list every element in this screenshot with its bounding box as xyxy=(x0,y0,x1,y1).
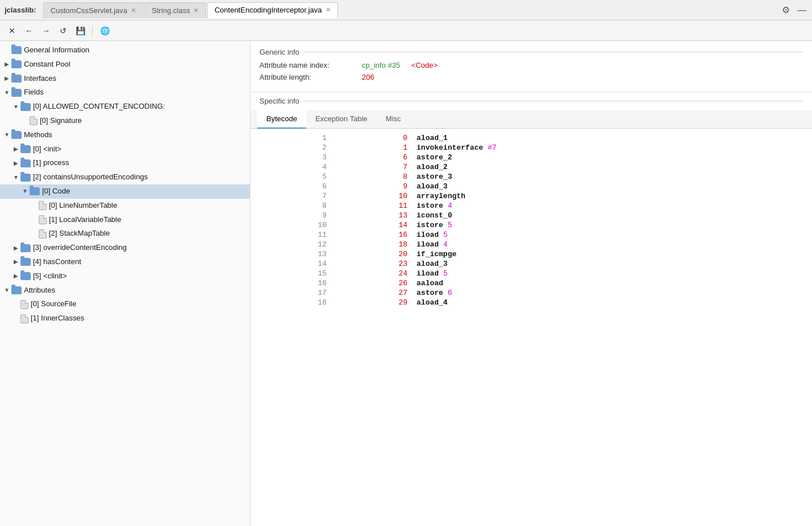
bytecode-area[interactable]: 1 0 aload_1 2 1 invokeinterface #7 3 6 a… xyxy=(250,129,812,526)
info-label-attr-length: Attribute length: xyxy=(259,73,362,81)
file-icon-innerclasses xyxy=(20,314,28,323)
tree-item-methods[interactable]: ▼ Methods xyxy=(0,128,250,142)
tab-content-encoding[interactable]: ContentEncodingInterceptor.java ✕ xyxy=(207,2,338,18)
line-number: 1 xyxy=(250,133,331,143)
bytecode-table: 1 0 aload_1 2 1 invokeinterface #7 3 6 a… xyxy=(250,133,812,307)
settings-icon[interactable]: ⚙ xyxy=(780,5,792,16)
tree-item-interfaces[interactable]: ▶ Interfaces xyxy=(0,72,250,86)
tree-label-allowed: [0] ALLOWED_CONTENT_ENCODING: xyxy=(33,101,165,113)
line-number: 17 xyxy=(250,288,331,298)
mnemonic: astore_2 xyxy=(417,153,452,162)
tree-item-general[interactable]: General Information xyxy=(0,43,250,57)
tree-item-constantpool[interactable]: ▶ Constant Pool xyxy=(0,57,250,72)
tree-label-stackmap: [2] StackMapTable xyxy=(49,228,110,240)
tree-label-attributes: Attributes xyxy=(24,285,55,297)
mnemonic-cell: if_icmpge xyxy=(412,249,812,259)
tree-item-attributes[interactable]: ▼ Attributes xyxy=(0,283,250,298)
tree-item-linenumber[interactable]: [0] LineNumberTable xyxy=(0,199,250,213)
file-icon-sourcefile xyxy=(20,300,28,309)
save-button[interactable]: 💾 xyxy=(73,23,88,38)
offset: 27 xyxy=(331,288,412,298)
offset: 6 xyxy=(331,153,412,162)
line-number: 3 xyxy=(250,153,331,162)
tree-item-stackmap[interactable]: [2] StackMapTable xyxy=(0,227,250,241)
mnemonic: invokeinterface xyxy=(417,143,483,152)
toolbar-separator xyxy=(92,26,93,36)
mnemonic-cell: istore 5 xyxy=(412,220,812,230)
mnemonic: arraylength xyxy=(417,192,465,200)
tab-label-custom: CustomCssServlet.java xyxy=(51,6,127,15)
tree-item-override[interactable]: ▶ [3] overrideContentEncoding xyxy=(0,241,250,255)
tree-item-allowed-encoding[interactable]: ▼ [0] ALLOWED_CONTENT_ENCODING: xyxy=(0,100,250,114)
info-value-length: 206 xyxy=(362,73,374,81)
bytecode-row: 8 11 istore 4 xyxy=(250,201,812,211)
offset: 29 xyxy=(331,298,412,307)
forward-button[interactable]: → xyxy=(39,23,53,38)
tree-item-sourcefile[interactable]: [0] SourceFile xyxy=(0,297,250,311)
tab-exception-label: Exception Table xyxy=(315,114,368,123)
bytecode-row: 14 23 aload_3 xyxy=(250,259,812,269)
tab-label-encoding: ContentEncodingInterceptor.java xyxy=(215,6,322,14)
offset: 8 xyxy=(331,172,412,182)
file-icon-signature xyxy=(30,116,38,125)
tab-string-class[interactable]: String.class ✕ xyxy=(145,2,206,18)
minimize-icon[interactable]: — xyxy=(796,5,807,16)
tree-item-localvariable[interactable]: [1] LocalVariableTable xyxy=(0,213,250,227)
tree-label-code: [0] Code xyxy=(42,186,70,198)
tree-label-interfaces: Interfaces xyxy=(24,73,56,85)
tree-arrow-override: ▶ xyxy=(11,244,20,253)
offset: 20 xyxy=(331,249,412,259)
tree-item-process[interactable]: ▶ [1] process xyxy=(0,156,250,170)
generic-info-title: Generic info xyxy=(259,48,803,56)
folder-icon-contains xyxy=(20,174,31,182)
folder-icon-interfaces xyxy=(11,75,22,83)
sidebar-tree: General Information ▶ Constant Pool ▶ In… xyxy=(0,41,250,526)
tree-arrow-contains: ▼ xyxy=(11,173,20,182)
bytecode-row: 18 29 aload_4 xyxy=(250,298,812,307)
line-number: 18 xyxy=(250,298,331,307)
operand-pink: 5 xyxy=(448,221,452,229)
tree-item-fields[interactable]: ▼ Fields xyxy=(0,85,250,100)
offset: 26 xyxy=(331,278,412,288)
tab-close-encoding[interactable]: ✕ xyxy=(325,6,331,14)
bytecode-row: 12 18 iload 4 xyxy=(250,240,812,249)
line-number: 16 xyxy=(250,278,331,288)
bytecode-row: 16 26 aaload xyxy=(250,278,812,288)
tree-item-contains[interactable]: ▼ [2] containsUnsupportedEncodings xyxy=(0,170,250,184)
bytecode-row: 7 10 arraylength xyxy=(250,191,812,201)
tab-exception-table[interactable]: Exception Table xyxy=(306,110,377,129)
operand-pink: #7 xyxy=(488,143,497,152)
tree-item-clinit[interactable]: ▶ [5] <clinit> xyxy=(0,269,250,283)
tab-close-custom[interactable]: ✕ xyxy=(131,7,136,14)
specific-info-title: Specific info xyxy=(259,97,803,105)
line-number: 14 xyxy=(250,259,331,269)
back-button[interactable]: ← xyxy=(22,23,36,38)
close-button[interactable]: ✕ xyxy=(5,23,19,38)
title-bar-actions: ⚙ — xyxy=(780,5,807,16)
tree-item-innerclasses[interactable]: [1] InnerClasses xyxy=(0,311,250,326)
tree-item-hascontent[interactable]: ▶ [4] hasContent xyxy=(0,255,250,269)
mnemonic-cell: arraylength xyxy=(412,191,812,201)
line-number: 9 xyxy=(250,211,331,220)
tree-label-fields: Fields xyxy=(24,87,44,98)
line-number: 7 xyxy=(250,191,331,201)
tab-misc[interactable]: Misc xyxy=(377,110,410,129)
offset: 10 xyxy=(331,191,412,201)
main-layout: General Information ▶ Constant Pool ▶ In… xyxy=(0,41,812,526)
tree-label-hascontent: [4] hasContent xyxy=(33,256,81,268)
offset: 24 xyxy=(331,269,412,278)
mnemonic: if_icmpge xyxy=(417,250,456,258)
tree-item-code[interactable]: ▼ [0] Code xyxy=(0,184,250,199)
refresh-button[interactable]: ↺ xyxy=(56,23,71,38)
web-button[interactable]: 🌐 xyxy=(97,23,112,38)
tab-bytecode[interactable]: Bytecode xyxy=(257,110,306,129)
tree-item-signature[interactable]: [0] Signature xyxy=(0,114,250,128)
offset: 16 xyxy=(331,230,412,240)
tree-item-init[interactable]: ▶ [0] <init> xyxy=(0,142,250,157)
info-value-cpinfo[interactable]: cp_info #35 xyxy=(362,61,400,69)
tab-close-string[interactable]: ✕ xyxy=(193,7,199,14)
mnemonic: aload_1 xyxy=(417,134,448,142)
tab-custom-css-servlet[interactable]: CustomCssServlet.java ✕ xyxy=(43,2,143,18)
tree-label-localvariable: [1] LocalVariableTable xyxy=(49,214,121,226)
info-row-attr-name: Attribute name index: cp_info #35 <Code> xyxy=(259,61,803,69)
